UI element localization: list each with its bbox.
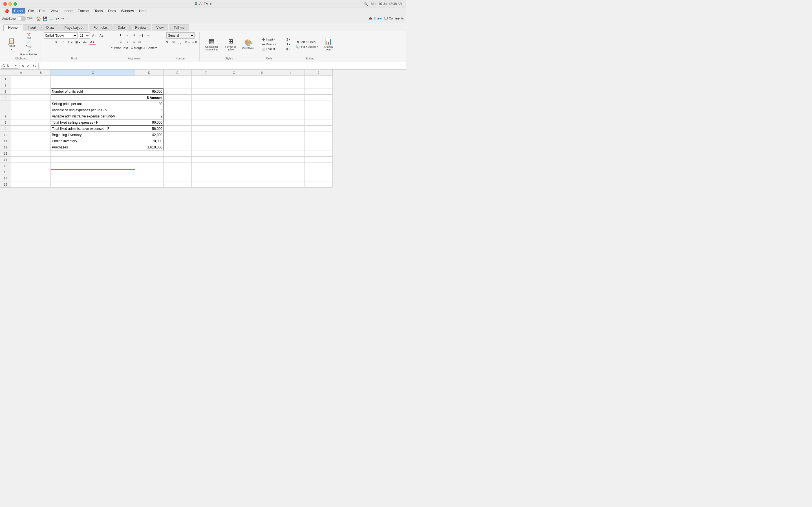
decrease-decimal-button[interactable]: ←.0 — [191, 40, 197, 45]
cell-h18[interactable] — [248, 181, 276, 187]
cell-i13[interactable] — [276, 151, 305, 157]
col-header-g[interactable]: G — [220, 69, 248, 76]
cell-c11[interactable]: Ending inventory — [51, 138, 135, 144]
cell-f17[interactable] — [192, 175, 220, 181]
menu-view[interactable]: View — [48, 8, 61, 13]
cell-j13[interactable] — [305, 151, 333, 157]
cell-f6[interactable] — [192, 107, 220, 113]
cell-b8[interactable] — [31, 119, 51, 126]
maximize-button[interactable] — [13, 2, 17, 6]
cell-f1[interactable] — [192, 76, 220, 82]
cell-e15[interactable] — [163, 163, 192, 169]
cell-d6[interactable]: 6 — [135, 107, 163, 113]
tab-home[interactable]: Home — [3, 24, 22, 31]
cell-h3[interactable] — [248, 89, 276, 95]
cell-c13[interactable] — [51, 151, 135, 157]
cell-e16[interactable] — [163, 169, 192, 175]
cell-h6[interactable] — [248, 107, 276, 113]
cell-b17[interactable] — [31, 175, 51, 181]
cell-f2[interactable] — [192, 82, 220, 89]
cell-a7[interactable] — [11, 113, 31, 119]
cell-g12[interactable] — [220, 144, 248, 151]
format-as-table-button[interactable]: ⊞ Format as Table — [221, 37, 240, 52]
cell-c16[interactable] — [51, 169, 135, 175]
cell-e14[interactable] — [163, 157, 192, 163]
cell-d11[interactable]: 70,000 — [135, 138, 163, 144]
cell-i11[interactable] — [276, 138, 305, 144]
cell-i5[interactable] — [276, 101, 305, 107]
cell-j16[interactable] — [305, 169, 333, 175]
cell-c7[interactable]: Variable administrative expense per unit… — [51, 113, 135, 119]
cell-a4[interactable] — [11, 95, 31, 101]
confirm-icon[interactable]: ✓ — [26, 64, 31, 68]
cell-c17[interactable] — [51, 175, 135, 181]
cell-b11[interactable] — [31, 138, 51, 144]
indent-increase-button[interactable]: |→ — [145, 33, 151, 38]
menu-insert[interactable]: Insert — [61, 8, 75, 13]
cell-e9[interactable] — [163, 126, 192, 132]
cell-j15[interactable] — [305, 163, 333, 169]
cell-c6[interactable]: Variable selling expenses per unit - V — [51, 107, 135, 113]
cell-g4[interactable] — [220, 95, 248, 101]
number-format-select[interactable]: General — [166, 33, 195, 39]
cell-h8[interactable] — [248, 119, 276, 126]
cell-j11[interactable] — [305, 138, 333, 144]
save-icon[interactable]: 💾 — [43, 16, 47, 21]
row-header-11[interactable]: 11 — [0, 138, 11, 144]
cell-j1[interactable] — [305, 76, 333, 82]
row-header-8[interactable]: 8 — [0, 119, 11, 126]
home-icon[interactable]: 🏠 — [36, 16, 41, 21]
copy-button[interactable]: 📄 Copy — [19, 41, 38, 48]
cell-f4[interactable] — [192, 95, 220, 101]
align-bottom-button[interactable]: ⬇ — [131, 33, 137, 38]
tab-draw[interactable]: Draw — [42, 24, 59, 31]
cell-g18[interactable] — [220, 181, 248, 187]
conditional-formatting-button[interactable]: ▦ Conditional Formatting — [202, 37, 220, 52]
insert-button[interactable]: ➕ Insert ▾ — [261, 38, 278, 42]
cell-i8[interactable] — [276, 119, 305, 126]
redo-icon[interactable]: ↪ — [61, 16, 64, 21]
cell-d12[interactable]: 1,610,000 — [135, 144, 163, 151]
row-header-6[interactable]: 6 — [0, 107, 11, 113]
autosave-pill[interactable] — [17, 16, 26, 21]
cell-c10[interactable]: Beginning inventory — [51, 132, 135, 138]
cell-d7[interactable]: 2 — [135, 113, 163, 119]
cell-i15[interactable] — [276, 163, 305, 169]
cell-g2[interactable] — [220, 82, 248, 89]
cell-e10[interactable] — [163, 132, 192, 138]
menu-tools[interactable]: Tools — [92, 8, 105, 13]
cell-f15[interactable] — [192, 163, 220, 169]
cell-c12[interactable]: Purchases — [51, 144, 135, 151]
cell-f16[interactable] — [192, 169, 220, 175]
cell-f14[interactable] — [192, 157, 220, 163]
cell-a8[interactable] — [11, 119, 31, 126]
row-header-9[interactable]: 9 — [0, 126, 11, 132]
cell-h9[interactable] — [248, 126, 276, 132]
cell-i14[interactable] — [276, 157, 305, 163]
cell-c1[interactable] — [51, 76, 135, 82]
cell-d13[interactable] — [135, 151, 163, 157]
bold-button[interactable]: B — [53, 40, 59, 45]
col-header-i[interactable]: I — [276, 69, 305, 76]
menu-edit[interactable]: Edit — [37, 8, 48, 13]
cell-b18[interactable] — [31, 181, 51, 187]
cell-f13[interactable] — [192, 151, 220, 157]
cut-button[interactable]: ✂️ Cut — [19, 33, 38, 40]
row-header-18[interactable]: 18 — [0, 181, 11, 187]
cell-h5[interactable] — [248, 101, 276, 107]
font-size-select[interactable]: 11 — [79, 33, 90, 39]
cell-styles-button[interactable]: 🎨 Cell Styles — [241, 39, 255, 50]
cell-e5[interactable] — [163, 101, 192, 107]
cell-e1[interactable] — [163, 76, 192, 82]
italic-button[interactable]: I — [60, 40, 66, 45]
rtl-button[interactable]: ↔ — [145, 39, 151, 45]
cell-a1[interactable] — [11, 76, 31, 82]
cell-j9[interactable] — [305, 126, 333, 132]
row-header-10[interactable]: 10 — [0, 132, 11, 138]
cell-e11[interactable] — [163, 138, 192, 144]
row-header-3[interactable]: 3 — [0, 89, 11, 95]
align-middle-button[interactable]: ≡ — [124, 33, 131, 38]
cell-e18[interactable] — [163, 181, 192, 187]
cell-d18[interactable] — [135, 181, 163, 187]
insert-function-icon[interactable]: ƒx — [32, 64, 37, 68]
